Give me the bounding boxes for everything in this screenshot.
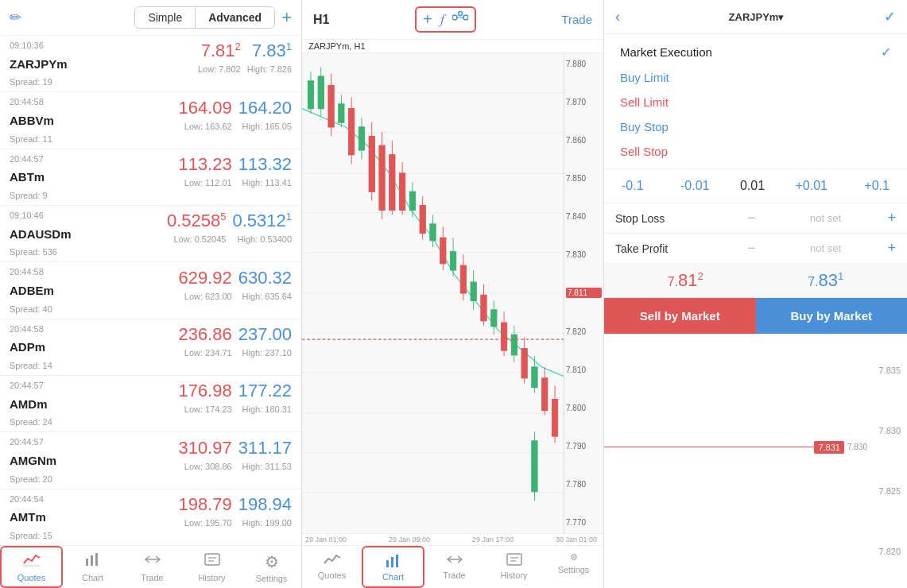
svg-point-9	[463, 15, 468, 20]
quote-bid: 236.86 Low: 234.71	[178, 324, 231, 359]
lot-minus-small[interactable]: -0.01	[674, 176, 715, 196]
trade-button[interactable]: Trade	[561, 13, 592, 26]
lot-plus-large[interactable]: +0.1	[858, 176, 896, 196]
function-icon[interactable]: 𝑓	[440, 11, 444, 28]
quote-item[interactable]: 20:44:54 198.79 Low: 195.70 198.94 High:…	[0, 489, 301, 545]
order-type-sell-stop[interactable]: Sell Stop	[604, 139, 907, 164]
time-label-3: 29 Jan 17:00	[472, 536, 514, 544]
quote-item[interactable]: 20:44:58 629.92 Low: 623.00 630.32 High:…	[0, 262, 301, 319]
trade-icon	[144, 552, 161, 571]
bid-price: 7.812	[201, 41, 241, 60]
footer-tab-trade[interactable]: Trade	[122, 546, 182, 588]
bid-price: 176.98	[178, 381, 231, 400]
tab-advanced[interactable]: Advanced	[196, 7, 274, 28]
quote-spread: Spread: 9	[10, 191, 172, 200]
quote-item[interactable]: 20:44:58 236.86 Low: 234.71 237.00 High:…	[0, 319, 301, 376]
take-profit-plus[interactable]: +	[887, 240, 896, 257]
quote-spread: Spread: 19	[10, 77, 192, 87]
sell-stop-label: Sell Stop	[620, 145, 668, 158]
stop-loss-plus[interactable]: +	[887, 210, 896, 226]
price-below-tag: 7.830	[847, 443, 867, 451]
footer-tab-history[interactable]: History	[182, 546, 242, 588]
ask-price: 164.20	[238, 98, 292, 118]
quote-high: High: 7.826	[247, 64, 292, 74]
svg-rect-78	[396, 555, 398, 567]
quote-high: High: 199.00	[242, 518, 292, 528]
ask-price: 0.53121	[232, 211, 292, 230]
mid-footer-chart[interactable]: Chart	[362, 546, 424, 588]
quote-bid: 176.98 Low: 174.23	[178, 381, 231, 416]
quote-time: 20:44:58	[10, 97, 172, 112]
market-execution-check: ✓	[881, 44, 891, 60]
order-type-market[interactable]: Market Execution ✓	[604, 39, 907, 65]
quote-high: High: 180.31	[242, 404, 292, 414]
edit-icon[interactable]: ✏	[10, 9, 21, 26]
lot-value: 0.01	[740, 179, 765, 193]
quote-ask: 198.94 High: 199.00	[238, 494, 292, 529]
confirm-button[interactable]: ✓	[884, 8, 896, 25]
quote-item[interactable]: 20:44:57 176.98 Low: 174.23 177.22 High:…	[0, 376, 301, 432]
stop-loss-minus[interactable]: −	[747, 210, 756, 226]
order-type-sell-limit[interactable]: Sell Limit	[604, 90, 907, 114]
ask-price: 630.32	[238, 268, 292, 288]
quote-item[interactable]: 09:10:36 7.812 Low: 7.802 7.831 High: 7.…	[0, 36, 301, 92]
footer-tab-chart[interactable]: Chart	[63, 546, 122, 588]
quote-bid: 310.97 Low: 308.86	[178, 437, 231, 472]
mid-footer-quotes[interactable]: Quotes	[302, 546, 362, 588]
quote-time: 20:44:57	[10, 437, 172, 452]
add-button[interactable]: +	[281, 7, 292, 28]
lot-plus-small[interactable]: +0.01	[789, 176, 833, 196]
quote-ask: 237.00 High: 237.10	[238, 324, 292, 359]
quote-time: 09:10:36	[10, 41, 192, 56]
mid-footer-settings[interactable]: ⚙ Settings	[544, 546, 603, 588]
buy-stop-label: Buy Stop	[620, 120, 669, 133]
ask-price: 198.94	[238, 494, 292, 514]
order-type-buy-limit[interactable]: Buy Limit	[604, 65, 907, 90]
ask-price: 177.22	[238, 381, 292, 400]
quote-high: High: 113.41	[242, 178, 292, 188]
bid-price: 198.79	[178, 494, 231, 514]
sell-limit-label: Sell Limit	[620, 95, 669, 109]
quote-time: 20:44:58	[10, 267, 172, 282]
quote-item[interactable]: 20:44:57 113.23 Low: 112.01 113.32 High:…	[0, 149, 301, 206]
quote-name: AMTm	[10, 510, 172, 529]
svg-point-10	[458, 12, 462, 16]
buy-by-market-button[interactable]: Buy by Market	[756, 298, 908, 334]
quote-bid: 164.09 Low: 163.62	[178, 97, 231, 132]
chart-label: ZARJPYm, H1	[302, 40, 603, 53]
mid-quotes-icon	[324, 552, 341, 568]
footer-tab-settings[interactable]: ⚙ Settings	[242, 546, 301, 588]
quote-bid: 198.79 Low: 195.70	[178, 494, 231, 529]
sell-by-market-button[interactable]: Sell by Market	[604, 298, 756, 334]
quote-item[interactable]: 20:44:58 164.09 Low: 163.62 164.20 High:…	[0, 92, 301, 149]
svg-rect-2	[91, 555, 93, 566]
quote-high: High: 311.53	[242, 462, 292, 471]
objects-icon[interactable]	[452, 11, 468, 28]
quote-low: Low: 234.71	[184, 348, 232, 358]
quote-bid: 629.92 Low: 623.00	[178, 267, 231, 302]
back-button[interactable]: ‹	[615, 9, 620, 25]
quote-low: Low: 0.52045	[173, 234, 226, 244]
order-type-buy-stop[interactable]: Buy Stop	[604, 114, 907, 139]
footer-tab-quotes[interactable]: Quotes	[0, 546, 63, 588]
ask-price: 7.831	[252, 41, 292, 60]
quote-ask: 7.831 High: 7.826	[247, 41, 292, 75]
take-profit-minus[interactable]: −	[747, 240, 756, 257]
svg-rect-77	[391, 557, 393, 567]
quote-bid: 7.812 Low: 7.802	[198, 41, 241, 75]
tab-simple[interactable]: Simple	[135, 7, 196, 28]
chart-toolbar: + 𝑓	[415, 6, 476, 33]
mid-footer-trade[interactable]: Trade	[424, 546, 484, 588]
quote-item[interactable]: 20:44:57 310.97 Low: 308.86 311.17 High:…	[0, 432, 301, 489]
quote-item[interactable]: 09:10:46 0.52585 Low: 0.52045 0.53121 Hi…	[0, 206, 301, 262]
quote-name: ABBVm	[10, 114, 172, 133]
mid-settings-icon: ⚙	[570, 552, 578, 563]
lot-minus-large[interactable]: -0.1	[615, 176, 650, 196]
quote-ask: 113.32 High: 113.41	[238, 154, 292, 189]
symbol-title: ZARJPYm▾	[628, 10, 884, 24]
add-indicator-icon[interactable]: +	[423, 10, 432, 29]
take-profit-row: Take Profit − not set +	[604, 234, 907, 264]
mid-footer-history[interactable]: History	[484, 546, 544, 588]
quote-time: 20:44:58	[10, 324, 172, 339]
quote-name: ZARJPYm	[10, 57, 192, 76]
